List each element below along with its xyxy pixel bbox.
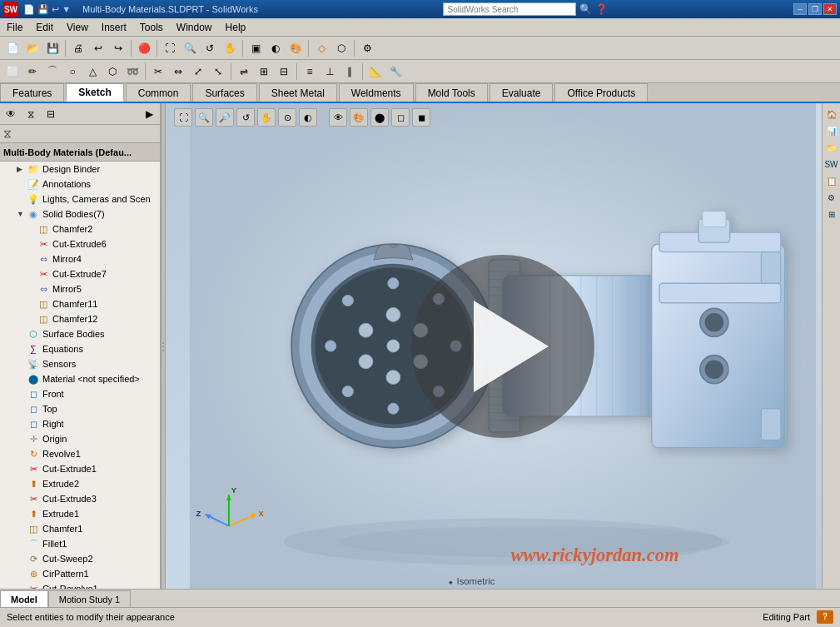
tb2-btn15[interactable]: ≡: [301, 62, 319, 81]
tree-item-design-binder[interactable]: ▶ 📁 Design Binder: [0, 162, 160, 177]
sw-icon1[interactable]: SW: [824, 157, 839, 172]
tab-office-products[interactable]: Office Products: [554, 83, 648, 102]
options-button[interactable]: ⚙: [358, 39, 376, 57]
menu-insert[interactable]: Insert: [95, 18, 133, 36]
tab-sketch[interactable]: Sketch: [66, 83, 123, 102]
tb2-btn11[interactable]: ⤡: [209, 62, 227, 81]
tab-features[interactable]: Features: [0, 83, 64, 102]
instant3d[interactable]: ⬡: [332, 39, 350, 57]
tb2-btn4[interactable]: ○: [63, 62, 82, 81]
tree-item-annotations[interactable]: 📝 Annotations: [0, 177, 160, 192]
tab-model[interactable]: Model: [0, 590, 48, 607]
zoom-in[interactable]: 🔍: [181, 39, 199, 57]
pan[interactable]: ✋: [221, 39, 239, 57]
tb2-btn14[interactable]: ⊟: [275, 62, 293, 81]
feature-tree[interactable]: ▶ 📁 Design Binder 📝 Annotations 💡 Lights…: [0, 162, 160, 589]
settings-icon2[interactable]: ⚙: [824, 190, 839, 205]
tree-item-chamfer12[interactable]: ◫ Chamfer12: [0, 311, 160, 326]
tree-item-cut-extrude1[interactable]: ✂ Cut-Extrude1: [0, 461, 160, 476]
open-button[interactable]: 📂: [23, 39, 42, 57]
tree-item-surface-bodies[interactable]: ⬡ Surface Bodies: [0, 326, 160, 341]
panel-eye[interactable]: 👁: [2, 105, 20, 123]
tree-item-extrude2[interactable]: ⬆ Extrude2: [0, 476, 160, 491]
hide-show-vp[interactable]: 👁: [329, 108, 347, 127]
property-icon[interactable]: 📋: [824, 173, 839, 188]
display-style[interactable]: ◐: [266, 39, 285, 57]
minimize-button[interactable]: ─: [793, 3, 807, 15]
tree-item-cut-extrude6[interactable]: ✂ Cut-Extrude6: [0, 236, 160, 251]
menu-file[interactable]: File: [0, 18, 29, 36]
zoom-fit[interactable]: ⛶: [161, 39, 179, 57]
tb2-btn9[interactable]: ⇔: [169, 62, 187, 81]
tree-item-mirror4[interactable]: ⇔ Mirror4: [0, 251, 160, 266]
undo-button[interactable]: ↩: [89, 39, 107, 57]
tree-item-material[interactable]: ⬤ Material <not specified>: [0, 371, 160, 386]
folder-icon[interactable]: 📁: [824, 140, 839, 155]
tb2-btn17[interactable]: ∥: [340, 62, 359, 81]
tree-item-cut-extrude7[interactable]: ✂ Cut-Extrude7: [0, 266, 160, 281]
tab-surfaces[interactable]: Surfaces: [192, 83, 256, 102]
tree-item-sensors[interactable]: 📡 Sensors: [0, 356, 160, 371]
tree-item-cut-revolve1[interactable]: ✂ Cut-Revolve1: [0, 581, 160, 589]
menu-help[interactable]: Help: [219, 18, 253, 36]
solidworks-link[interactable]: 🏠: [824, 107, 839, 122]
3d-viewport[interactable]: X Y Z www.rickyjordan.com ⬥ Isometric: [166, 103, 840, 589]
appearances[interactable]: 🎨: [286, 39, 305, 57]
zoom-to-fit-vp[interactable]: ⛶: [174, 108, 192, 127]
tree-item-cut-extrude3[interactable]: ✂ Cut-Extrude3: [0, 491, 160, 506]
menu-view[interactable]: View: [60, 18, 95, 36]
save-button[interactable]: 💾: [43, 39, 62, 57]
section-view[interactable]: ▣: [246, 39, 265, 57]
close-button[interactable]: ✕: [823, 3, 837, 15]
tb2-btn18[interactable]: 📐: [366, 62, 385, 81]
section-vp[interactable]: ⊙: [278, 108, 296, 127]
rotate[interactable]: ↺: [201, 39, 219, 57]
tree-item-top[interactable]: ◻ Top: [0, 401, 160, 416]
tree-item-chamfer11[interactable]: ◫ Chamfer11: [0, 296, 160, 311]
tree-item-cut-sweep2[interactable]: ⟳ Cut-Sweep2: [0, 551, 160, 566]
tb2-btn6[interactable]: ⬡: [103, 62, 122, 81]
tb2-btn12[interactable]: ⇌: [235, 62, 253, 81]
tb2-btn8[interactable]: ✂: [149, 62, 167, 81]
rotate-vp[interactable]: ↺: [236, 108, 255, 127]
shaded-vp[interactable]: ◼: [412, 108, 430, 127]
tab-motion-study[interactable]: Motion Study 1: [48, 590, 131, 607]
print-button[interactable]: 🖨: [69, 39, 87, 57]
appearance-vp[interactable]: 🎨: [350, 108, 368, 127]
panel-filter[interactable]: ⧖: [22, 105, 40, 123]
title-search-input[interactable]: [443, 2, 576, 16]
tree-item-right[interactable]: ◻ Right: [0, 416, 160, 431]
help-button[interactable]: ?: [817, 610, 833, 624]
tab-mold-tools[interactable]: Mold Tools: [415, 83, 488, 102]
material-vp[interactable]: ⬤: [370, 108, 389, 127]
help-icon[interactable]: ❓: [595, 3, 608, 15]
tree-item-fillet1[interactable]: ⌒ Fillet1: [0, 536, 160, 551]
tab-evaluate[interactable]: Evaluate: [490, 83, 554, 102]
tree-item-front[interactable]: ◻ Front: [0, 386, 160, 401]
tab-common[interactable]: Common: [126, 83, 191, 102]
play-button[interactable]: [411, 255, 594, 438]
tree-item-equations[interactable]: ∑ Equations: [0, 341, 160, 356]
tb2-btn2[interactable]: ✏: [23, 62, 42, 81]
new-button[interactable]: 📄: [3, 39, 22, 57]
pan-vp[interactable]: ✋: [257, 108, 276, 127]
tb2-btn1[interactable]: ⬜: [3, 62, 22, 81]
tb2-btn16[interactable]: ⊥: [321, 62, 339, 81]
tb2-btn3[interactable]: ⌒: [43, 62, 62, 81]
tb2-btn19[interactable]: 🔧: [386, 62, 405, 81]
tb2-btn13[interactable]: ⊞: [255, 62, 273, 81]
tree-item-revolve1[interactable]: ↻ Revolve1: [0, 446, 160, 461]
tree-item-mirror5[interactable]: ⇔ Mirror5: [0, 281, 160, 296]
menu-window[interactable]: Window: [170, 18, 219, 36]
zoom-out-vp[interactable]: 🔎: [216, 108, 234, 127]
tb2-btn7[interactable]: ➿: [123, 62, 142, 81]
tree-item-cirpattern1[interactable]: ⊛ CirPattern1: [0, 566, 160, 581]
restore-button[interactable]: ❐: [808, 3, 822, 15]
redo-button[interactable]: ↪: [109, 39, 127, 57]
rebuild-button[interactable]: 🔴: [135, 39, 153, 57]
menu-tools[interactable]: Tools: [133, 18, 170, 36]
menu-edit[interactable]: Edit: [29, 18, 60, 36]
smart-dimension[interactable]: ◇: [312, 39, 331, 57]
display-style-vp[interactable]: ◐: [299, 108, 317, 127]
tree-item-chamfer2[interactable]: ◫ Chamfer2: [0, 221, 160, 236]
